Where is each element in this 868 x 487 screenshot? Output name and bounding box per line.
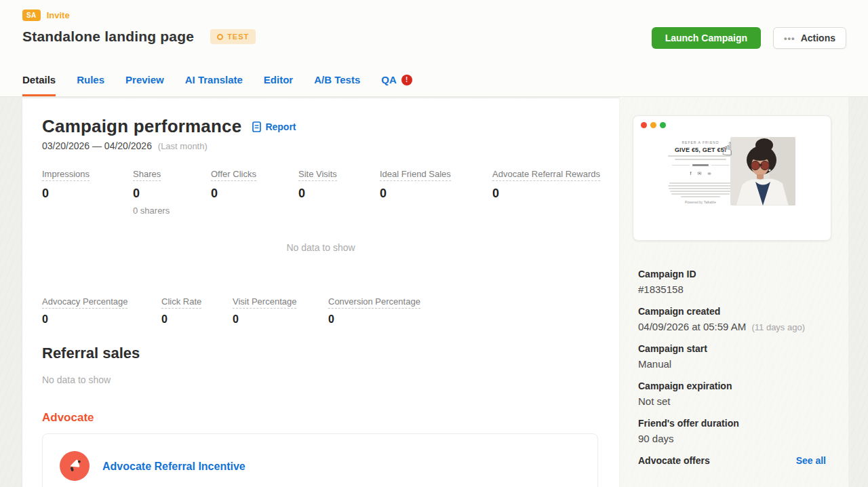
advocate-incentive-link[interactable]: Advocate Referral Incentive: [102, 461, 245, 473]
sharers-count: 0 sharers: [133, 206, 170, 216]
yellow-dot-icon: [650, 122, 656, 128]
ellipsis-icon: •••: [784, 33, 795, 43]
metric-offer-clicks: Offer Clicks 0: [211, 168, 256, 201]
tab-details[interactable]: Details: [22, 74, 56, 96]
qa-alert-badge: !: [401, 75, 412, 85]
preview-cta: [664, 164, 737, 166]
tab-ab-tests[interactable]: A/B Tests: [314, 74, 360, 96]
preview-photo: [730, 137, 795, 206]
tab-rules[interactable]: Rules: [77, 74, 104, 96]
actions-button-label: Actions: [801, 33, 835, 43]
content-area: Campaign performance Report 03/20/2026 —…: [0, 97, 868, 487]
tab-ai-translate[interactable]: AI Translate: [185, 74, 243, 96]
report-link[interactable]: Report: [252, 121, 296, 132]
megaphone-icon: [60, 451, 90, 481]
page-header: SA Invite Standalone landing page TEST L…: [0, 0, 868, 97]
tab-preview[interactable]: Preview: [125, 74, 164, 96]
campaign-details-panel: Campaign ID #1835158 Campaign created 04…: [638, 269, 826, 477]
preview-fine-print: [664, 182, 737, 197]
facebook-icon: f: [690, 171, 692, 176]
chart-empty-state: No data to show: [22, 242, 619, 253]
created-relative-time: (11 days ago): [751, 322, 805, 332]
report-link-label: Report: [265, 121, 296, 132]
date-range: 03/20/2026 — 04/20/2026: [42, 140, 152, 151]
tab-qa[interactable]: QA !: [381, 74, 412, 96]
red-dot-icon: [641, 122, 647, 128]
test-badge-label: TEST: [227, 33, 249, 41]
test-ring-icon: [217, 34, 223, 40]
green-dot-icon: [660, 122, 666, 128]
tab-editor[interactable]: Editor: [264, 74, 293, 96]
metric-impressions: Impressions 0: [42, 168, 90, 201]
campaign-type-label: Invite: [47, 10, 70, 20]
preview-social-icons: f ✉ ∞: [664, 171, 737, 176]
rate-click-rate: Click Rate 0: [161, 295, 201, 326]
site-badge[interactable]: SA: [22, 9, 41, 21]
hand-cursor-icon: ☝: [722, 138, 732, 159]
breadcrumb: SA Invite: [22, 9, 70, 21]
rate-visit-percentage: Visit Percentage 0: [233, 295, 296, 326]
referral-sales-empty-state: No data to show: [42, 374, 111, 385]
advocate-incentive-card[interactable]: Advocate Referral Incentive: [42, 433, 598, 487]
rate-conversion-percentage: Conversion Percentage 0: [328, 295, 420, 326]
launch-campaign-button[interactable]: Launch Campaign: [652, 27, 761, 49]
campaign-performance-card: Campaign performance Report 03/20/2026 —…: [22, 98, 619, 487]
email-icon: ✉: [698, 171, 702, 176]
link-icon: ∞: [707, 171, 711, 176]
actions-button[interactable]: ••• Actions: [773, 27, 846, 49]
campaign-preview-thumbnail[interactable]: REFER A FRIEND GIVE €5, GET €5! f ✉ ∞ Po…: [633, 115, 831, 241]
date-range-row: 03/20/2026 — 04/20/2026 (Last month): [42, 140, 208, 151]
test-status-badge: TEST: [210, 29, 256, 44]
detail-advocate-offers: Advocate offers See all: [638, 455, 826, 466]
browser-traffic-lights: [641, 122, 666, 128]
advocate-section-title: Advocate: [42, 411, 94, 425]
detail-friends-offer-duration: Friend's offer duration 90 days: [638, 418, 826, 444]
detail-campaign-expiration: Campaign expiration Not set: [638, 381, 826, 407]
metric-ideal-friend-sales: Ideal Friend Sales 0: [380, 168, 451, 201]
performance-title: Campaign performance: [42, 116, 241, 137]
tab-bar: Details Rules Preview AI Translate Edito…: [22, 74, 412, 96]
referral-sales-title: Referral sales: [42, 345, 140, 362]
powered-by-label: Powered by Talkable: [664, 200, 737, 204]
report-document-icon: [252, 121, 261, 132]
page-title: Standalone landing page: [22, 28, 194, 45]
see-all-link[interactable]: See all: [796, 455, 826, 466]
date-range-note: (Last month): [158, 141, 208, 151]
title-row: Standalone landing page TEST: [22, 28, 256, 45]
metric-advocate-referral-rewards: Advocate Referral Rewards 0: [492, 168, 600, 201]
rate-advocacy-percentage: Advocacy Percentage 0: [42, 295, 127, 326]
detail-campaign-created: Campaign created 04/09/2026 at 05:59 AM …: [638, 306, 826, 332]
header-actions: Launch Campaign ••• Actions: [652, 27, 846, 49]
detail-campaign-id: Campaign ID #1835158: [638, 269, 826, 295]
metric-shares: Shares 0 0 sharers: [133, 168, 170, 216]
metric-site-visits: Site Visits 0: [298, 168, 337, 201]
preview-body-line: [675, 159, 726, 160]
detail-campaign-start: Campaign start Manual: [638, 343, 826, 370]
